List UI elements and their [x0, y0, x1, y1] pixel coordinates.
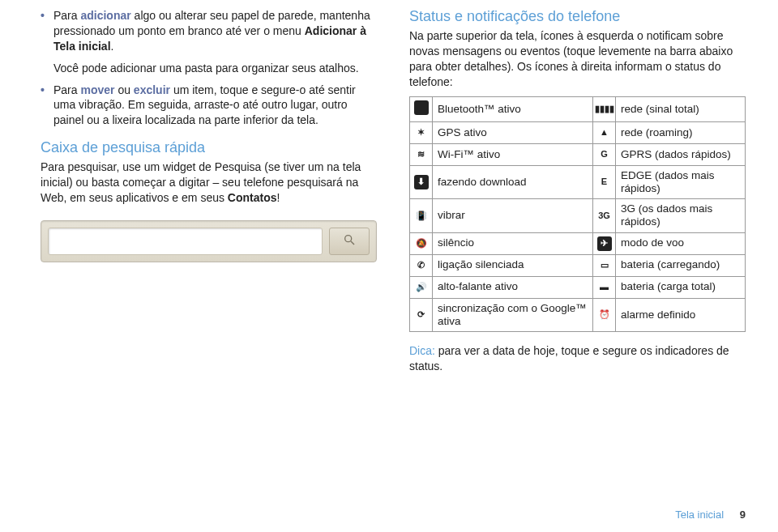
- status-icons-table: Bluetooth™ ativo▮▮▮▮rede (sinal total)✶G…: [409, 96, 746, 332]
- search-icon: [343, 233, 356, 249]
- table-row: 📳vibrar3G3G (os dados mais rápidos): [410, 199, 746, 232]
- muted-call-icon: ✆: [410, 254, 433, 276]
- status-label-left: vibrar: [433, 199, 593, 232]
- airplane-icon: ✈: [593, 232, 616, 254]
- roaming-icon: ▲: [593, 121, 616, 143]
- battery-charging-icon: ▭: [593, 254, 616, 276]
- search-button[interactable]: [329, 228, 370, 255]
- status-label-right: 3G (os dados mais rápidos): [616, 199, 746, 232]
- instruction-list: Para adicionar algo ou alterar seu papel…: [41, 8, 377, 128]
- wifi-icon: ≋: [410, 143, 433, 165]
- status-label-left: GPS ativo: [433, 121, 593, 143]
- status-label-right: modo de voo: [616, 232, 746, 254]
- threeg-icon: 3G: [593, 199, 616, 232]
- table-row: ⟳sincronização com o Google™ ativa⏰alarm…: [410, 298, 746, 331]
- gps-icon: ✶: [410, 121, 433, 143]
- status-label-left: ligação silenciada: [433, 254, 593, 276]
- svg-point-0: [345, 236, 352, 242]
- table-row: 🔊alto-falante ativo▬bateria (carga total…: [410, 276, 746, 298]
- status-label-right: EDGE (dados mais rápidos): [616, 165, 746, 198]
- bullet-add: Para adicionar algo ou alterar seu papel…: [41, 8, 377, 76]
- status-label-right: GPRS (dados rápidos): [616, 143, 746, 165]
- status-label-right: alarme definido: [616, 298, 746, 331]
- quick-search-paragraph: Para pesquisar, use um widget de Pesquis…: [41, 160, 377, 206]
- tip: Dica: para ver a data de hoje, toque e s…: [409, 343, 746, 374]
- table-row: ✶GPS ativo▲rede (roaming): [410, 121, 746, 143]
- vibrate-icon: 📳: [410, 199, 433, 232]
- bullet-add-sub: Você pode adicionar uma pasta para organ…: [53, 61, 377, 76]
- edge-icon: E: [593, 165, 616, 198]
- status-heading: Status e notificações do telefone: [409, 8, 746, 25]
- search-widget: [41, 220, 377, 262]
- gprs-icon: G: [593, 143, 616, 165]
- bluetooth-icon: [410, 96, 433, 121]
- signal-full-icon: ▮▮▮▮: [593, 96, 616, 121]
- search-input[interactable]: [48, 228, 323, 255]
- table-row: Bluetooth™ ativo▮▮▮▮rede (sinal total): [410, 96, 746, 121]
- download-icon: ⬇: [410, 165, 433, 198]
- alarm-icon: ⏰: [593, 298, 616, 331]
- status-label-left: fazendo download: [433, 165, 593, 198]
- status-label-right: bateria (carregando): [616, 254, 746, 276]
- speaker-icon: 🔊: [410, 276, 433, 298]
- status-label-left: alto-falante ativo: [433, 276, 593, 298]
- table-row: ✆ligação silenciada▭bateria (carregando): [410, 254, 746, 276]
- page-footer: Tela inicial 9: [675, 509, 746, 521]
- status-label-right: rede (sinal total): [616, 96, 746, 121]
- status-label-left: Bluetooth™ ativo: [433, 96, 593, 121]
- status-label-right: bateria (carga total): [616, 276, 746, 298]
- sync-icon: ⟳: [410, 298, 433, 331]
- bullet-move: Para mover ou excluir um item, toque e s…: [41, 83, 377, 129]
- quick-search-heading: Caixa de pesquisa rápida: [41, 139, 377, 156]
- status-intro: Na parte superior da tela, ícones à esqu…: [409, 28, 746, 90]
- table-row: ⬇fazendo downloadEEDGE (dados mais rápid…: [410, 165, 746, 198]
- table-row: 🔕silêncio✈modo de voo: [410, 232, 746, 254]
- battery-full-icon: ▬: [593, 276, 616, 298]
- silence-icon: 🔕: [410, 232, 433, 254]
- status-label-left: sincronização com o Google™ ativa: [433, 298, 593, 331]
- status-label-right: rede (roaming): [616, 121, 746, 143]
- footer-page-number: 9: [740, 509, 746, 521]
- table-row: ≋Wi-Fi™ ativoGGPRS (dados rápidos): [410, 143, 746, 165]
- footer-section: Tela inicial: [675, 509, 724, 521]
- status-label-left: Wi-Fi™ ativo: [433, 143, 593, 165]
- svg-line-1: [351, 241, 354, 245]
- status-label-left: silêncio: [433, 232, 593, 254]
